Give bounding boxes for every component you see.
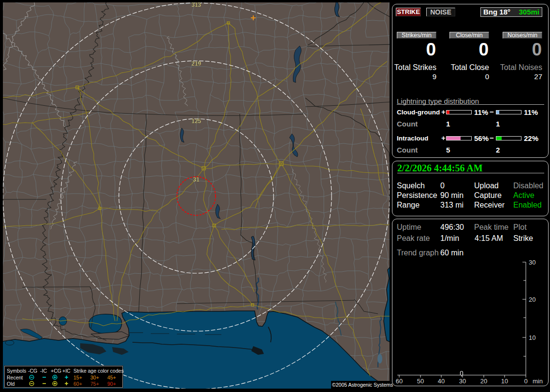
svg-text:313: 313 [191, 2, 201, 8]
svg-text:20: 20 [480, 378, 487, 385]
svg-text:60: 60 [396, 378, 403, 385]
svg-text:10: 10 [529, 334, 536, 341]
svg-text:125: 125 [191, 118, 201, 125]
svg-text:30: 30 [459, 378, 466, 385]
svg-text:20: 20 [529, 296, 536, 303]
svg-text:0: 0 [524, 378, 527, 385]
svg-text:10: 10 [501, 378, 508, 385]
svg-text:min: min [533, 378, 543, 385]
svg-text:50: 50 [417, 378, 424, 385]
svg-text:30: 30 [529, 259, 536, 266]
svg-text:219: 219 [191, 60, 201, 67]
svg-text:40: 40 [438, 378, 445, 385]
svg-text:31: 31 [193, 176, 200, 183]
